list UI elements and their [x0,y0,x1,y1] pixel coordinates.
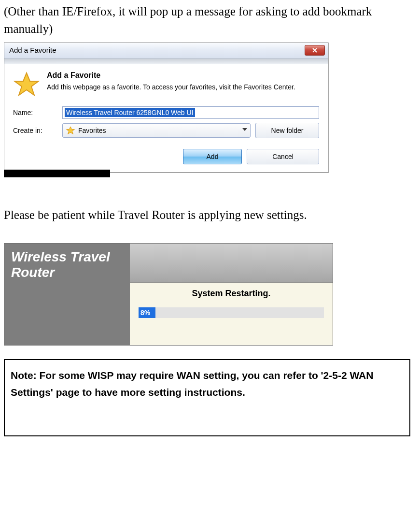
chevron-down-icon [242,128,247,131]
name-input[interactable]: Wireless Travel Router 6258GNL0 Web UI [62,106,319,119]
add-button[interactable]: Add [183,149,242,164]
intro-text: (Other than IE/Firefox, it will pop up a… [4,3,410,38]
createin-select[interactable]: Favorites [62,123,251,138]
cancel-button[interactable]: Cancel [247,149,319,164]
restart-panel: Wireless Travel Router System Restarting… [4,243,333,346]
note-box: Note: For some WISP may require WAN sett… [4,359,410,436]
svg-marker-0 [14,73,39,95]
patience-text: Please be patient while Travel Router is… [4,206,410,224]
restart-header-bar [130,244,333,283]
progress-fill: 8% [139,307,155,318]
dialog-shadowline [4,58,328,64]
brand-line2: Router [11,265,123,280]
dialog-title: Add a Favorite [9,46,56,54]
router-brand: Wireless Travel Router [4,244,130,345]
close-icon [312,47,318,53]
brand-line1: Wireless Travel [11,249,123,265]
favorites-folder-icon [66,126,75,135]
dialog-headline: Add a Favorite [47,71,295,80]
note-text: Note: For some WISP may require WAN sett… [11,370,373,398]
name-label: Name: [13,109,57,116]
favorite-star-icon [13,71,40,100]
add-favorite-dialog: Add a Favorite Add a Favorite Add this w… [4,42,328,173]
close-button[interactable] [305,45,325,56]
name-value: Wireless Travel Router 6258GNL0 Web UI [65,108,195,117]
new-folder-button[interactable]: New folder [255,123,319,138]
dialog-titlebar: Add a Favorite [4,43,328,58]
createin-label: Create in: [13,127,57,134]
redaction-strip [4,170,110,177]
dialog-description: Add this webpage as a favorite. To acces… [47,83,295,92]
createin-value: Favorites [78,127,106,134]
restart-message: System Restarting. [139,289,324,299]
progress-bar: 8% [139,307,324,318]
svg-marker-1 [67,127,75,134]
